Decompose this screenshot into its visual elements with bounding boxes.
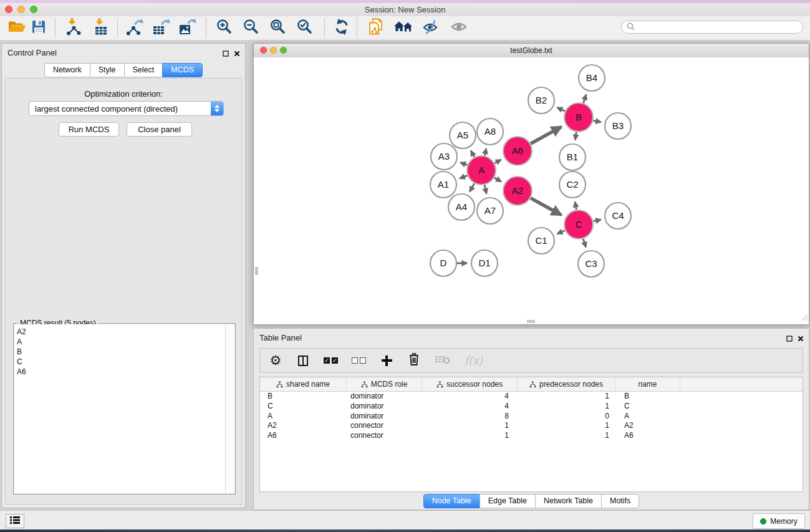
graph-node-A7[interactable]: A7 [477, 198, 503, 224]
column-layout-button[interactable] [296, 355, 310, 366]
mcds-result-list[interactable]: A2ABCA6 [14, 324, 226, 493]
tab-mcds[interactable]: MCDS [162, 63, 203, 77]
graph-node-C4[interactable]: C4 [605, 203, 631, 229]
table-cell[interactable]: B [260, 392, 347, 402]
table-row[interactable]: A2connector11A2 [260, 421, 803, 431]
graph-node-A4[interactable]: A4 [448, 194, 475, 220]
table-cell[interactable]: dominator [347, 412, 422, 422]
optimization-select[interactable]: largest connected component (directed) [29, 101, 224, 116]
table-cell[interactable]: A2 [260, 421, 347, 431]
table-cell[interactable]: 1 [518, 421, 615, 431]
graph-edge-C-C3[interactable] [583, 239, 586, 247]
hide-selected-button[interactable] [420, 18, 441, 38]
graph-node-A5[interactable]: A5 [450, 122, 476, 148]
table-cell[interactable]: connector [347, 431, 422, 441]
table-cell[interactable]: 0 [518, 412, 615, 422]
graph-edge-A-A7[interactable] [485, 185, 486, 194]
delete-table-button[interactable] [435, 354, 451, 367]
table-cell[interactable]: C [260, 402, 347, 412]
result-item[interactable]: A [17, 337, 226, 347]
tab-select[interactable]: Select [124, 63, 163, 77]
table-cell[interactable]: dominator [347, 392, 422, 402]
result-item[interactable]: A6 [17, 367, 226, 377]
table-cell[interactable]: 4 [422, 392, 518, 402]
table-cell[interactable]: dominator [347, 402, 422, 412]
graph-edge-C-C2[interactable] [575, 202, 576, 210]
duplicate-network-button[interactable] [365, 18, 386, 38]
table-cell[interactable]: connector [347, 421, 422, 431]
function-builder-button[interactable]: f(x) [465, 354, 483, 367]
table-cell[interactable]: A2 [615, 421, 680, 431]
table-cell[interactable]: A [260, 412, 347, 422]
zoom-out-button[interactable] [241, 18, 262, 38]
export-table-button[interactable] [150, 18, 171, 38]
graph-edge-A-A1[interactable] [460, 176, 467, 179]
run-mcds-button[interactable]: Run MCDS [59, 122, 119, 137]
column-header-predecessor-nodes[interactable]: predecessor nodes [518, 377, 615, 391]
graph-node-C2[interactable]: C2 [559, 172, 586, 198]
result-item[interactable]: C [17, 357, 226, 367]
tab-network-table[interactable]: Network Table [535, 494, 602, 508]
graph-edge-A-A4[interactable] [470, 183, 474, 191]
zoom-selected-button[interactable] [294, 18, 316, 38]
graph-node-B3[interactable]: B3 [605, 113, 631, 139]
result-item[interactable]: A2 [17, 327, 226, 337]
memory-button[interactable]: Memory [753, 513, 805, 529]
zoom-fit-button[interactable] [268, 18, 289, 38]
export-network-button[interactable] [124, 18, 145, 38]
close-panel-icon[interactable] [798, 333, 804, 344]
show-all-button[interactable] [448, 18, 470, 38]
graph-node-A8[interactable]: A8 [477, 118, 503, 145]
graph-node-A2[interactable]: A2 [503, 177, 532, 205]
graph-edge-A-A8[interactable] [485, 148, 486, 155]
close-panel-button[interactable]: Close panel [127, 122, 192, 137]
open-file-button[interactable] [6, 18, 27, 38]
tab-motifs[interactable]: Motifs [601, 494, 639, 508]
table-cell[interactable]: 1 [518, 392, 615, 402]
float-panel-icon[interactable] [223, 48, 229, 59]
graph-node-A1[interactable]: A1 [430, 172, 456, 198]
show-panels-button[interactable] [6, 514, 24, 528]
table-cell[interactable]: 1 [422, 431, 518, 441]
resize-handle-icon[interactable] [801, 312, 808, 324]
first-neighbors-button[interactable] [393, 18, 414, 38]
graph-node-B1[interactable]: B1 [559, 144, 586, 170]
graph-node-C1[interactable]: C1 [528, 228, 554, 254]
graph-edge-A-A6[interactable] [494, 160, 501, 163]
select-all-columns-button[interactable]: ✓✓ [324, 357, 338, 364]
save-session-button[interactable] [28, 18, 49, 38]
graph-edge-B-B2[interactable] [557, 108, 566, 112]
column-header-name[interactable]: name [615, 377, 680, 391]
search-box[interactable] [621, 21, 803, 34]
graph-node-A6[interactable]: A6 [503, 137, 532, 165]
graph-edge-B-B4[interactable] [584, 95, 587, 104]
network-canvas[interactable]: AA1A3A5A8A4A7A6A2BB1B2B3B4CC1C2C3C4DD1 [254, 57, 809, 324]
table-row[interactable]: Bdominator41B [260, 392, 803, 402]
table-cell[interactable]: 1 [518, 431, 615, 441]
refresh-button[interactable] [331, 18, 352, 38]
table-cell[interactable]: 8 [422, 412, 518, 422]
column-header-shared-name[interactable]: shared name [260, 377, 347, 391]
close-panel-icon[interactable] [234, 48, 240, 59]
table-settings-button[interactable]: ⚙ [269, 354, 282, 367]
graph-edge-C-C4[interactable] [593, 220, 600, 221]
graph-node-B4[interactable]: B4 [579, 65, 605, 91]
graph-edge-A-A3[interactable] [460, 163, 467, 165]
result-scrollbar[interactable] [225, 324, 234, 493]
graph-node-A3[interactable]: A3 [431, 143, 457, 170]
table-row[interactable]: A6connector11A6 [260, 431, 803, 441]
tab-style[interactable]: Style [90, 63, 125, 77]
tab-edge-table[interactable]: Edge Table [480, 494, 536, 508]
graph-node-B2[interactable]: B2 [528, 87, 554, 114]
graph-node-B[interactable]: B [564, 103, 593, 132]
graph-edge-A-A5[interactable] [471, 151, 475, 157]
result-item[interactable]: B [17, 347, 226, 357]
tab-network[interactable]: Network [44, 63, 90, 77]
import-table-button[interactable] [90, 18, 112, 38]
canvas-hscroll-thumb[interactable] [527, 320, 535, 323]
float-panel-icon[interactable] [786, 333, 793, 344]
zoom-in-button[interactable] [214, 18, 235, 38]
table-cell[interactable]: C [615, 402, 680, 412]
graph-edge-A6-B[interactable] [531, 127, 561, 143]
table-cell[interactable]: 1 [518, 402, 615, 412]
